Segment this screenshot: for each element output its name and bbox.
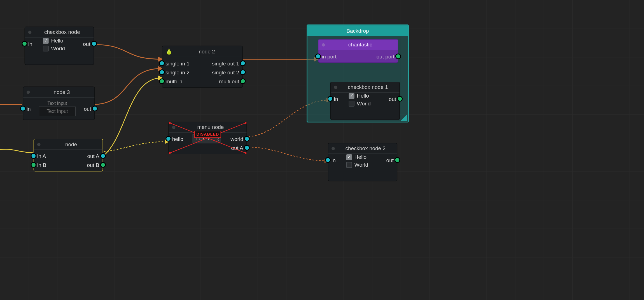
- port-in-a[interactable]: [31, 153, 36, 159]
- backdrop-title: Backdrop: [307, 25, 408, 36]
- port-label-in: in: [332, 157, 336, 163]
- node-title: menu node: [178, 124, 243, 130]
- port-out-a[interactable]: [100, 153, 106, 159]
- port-label: single in 1: [165, 60, 189, 66]
- port-out-a[interactable]: [244, 145, 250, 150]
- port-single-in-1[interactable]: [159, 60, 165, 66]
- port-label-out: out: [386, 157, 394, 163]
- checkbox-hello[interactable]: [349, 93, 354, 98]
- port-in[interactable]: [325, 157, 331, 163]
- port-label: out A: [87, 153, 99, 159]
- port-hello[interactable]: [165, 136, 171, 141]
- node-title: checkbox node 2: [337, 145, 394, 152]
- node-2[interactable]: 🍐 node 2 single in 1 single out 1 single…: [162, 46, 243, 88]
- checkbox-world[interactable]: [43, 46, 48, 51]
- port-label-out: out: [84, 105, 91, 112]
- node-title: node 2: [174, 48, 239, 55]
- port-label-in: in port: [322, 53, 337, 60]
- checkbox-hello[interactable]: [43, 38, 48, 43]
- port-multi-in[interactable]: [159, 78, 165, 84]
- node-basic[interactable]: node in A out A in B out B: [34, 139, 103, 171]
- node-status-dot: [172, 126, 176, 129]
- checkbox-label: World: [357, 100, 371, 107]
- port-out[interactable]: [91, 41, 97, 46]
- port-out-b[interactable]: [100, 162, 106, 168]
- checkbox-world[interactable]: [346, 162, 352, 167]
- port-label: hello: [172, 136, 183, 142]
- port-in[interactable]: [327, 96, 333, 101]
- port-label: single in 2: [165, 69, 189, 75]
- port-out[interactable]: [397, 96, 403, 101]
- port-in-b[interactable]: [31, 162, 36, 168]
- checkbox-label: World: [51, 45, 65, 51]
- node-title: chantastic!: [327, 42, 394, 48]
- checkbox-label: Hello: [354, 154, 367, 160]
- port-out[interactable]: [92, 106, 98, 111]
- disabled-badge: DISABLED: [194, 131, 221, 138]
- checkbox-world[interactable]: [349, 101, 354, 106]
- port-single-in-2[interactable]: [159, 69, 165, 75]
- checkbox-hello[interactable]: [346, 154, 352, 160]
- port-label: single out 2: [212, 69, 239, 75]
- port-out[interactable]: [395, 157, 400, 163]
- checkbox-label: Hello: [51, 37, 63, 44]
- port-label: out B: [87, 162, 99, 168]
- port-label: world: [230, 136, 243, 142]
- port-label-out: out port: [377, 53, 395, 60]
- node-checkbox-1[interactable]: checkbox node 1 in out Hello World: [330, 82, 400, 120]
- checkbox-label: Hello: [357, 93, 369, 99]
- port-in[interactable]: [20, 106, 26, 111]
- port-in[interactable]: [315, 53, 321, 59]
- node-chantastic[interactable]: chantastic! in port out port: [318, 39, 398, 63]
- port-label: multi in: [165, 78, 182, 84]
- node-status-dot: [332, 147, 335, 150]
- node-3[interactable]: node 3 in Text Input out: [23, 87, 95, 120]
- node-menu[interactable]: menu node hello item 1 world out A: [169, 122, 247, 154]
- port-multi-out[interactable]: [240, 78, 246, 84]
- port-label-in: in: [28, 41, 32, 47]
- port-label: single out 1: [212, 60, 239, 66]
- port-label-in: in: [334, 96, 338, 102]
- node-title: checkbox node 1: [340, 84, 396, 90]
- port-label-out: out: [83, 41, 90, 47]
- text-input[interactable]: [39, 107, 76, 116]
- node-title: node 3: [32, 89, 91, 95]
- node-graph-canvas[interactable]: Backdrop checkbox node in out Hello Worl…: [0, 0, 644, 300]
- port-label-in: in: [27, 105, 31, 112]
- node-checkbox[interactable]: checkbox node in out Hello World: [25, 27, 94, 65]
- port-label: multi out: [219, 78, 239, 84]
- node-status-dot: [37, 143, 41, 146]
- node-status-dot: [322, 43, 325, 46]
- node-title: node: [43, 141, 99, 147]
- port-label-out: out: [389, 96, 396, 102]
- node-status-dot: [27, 90, 30, 94]
- port-world[interactable]: [244, 136, 250, 141]
- pear-icon: 🍐: [165, 48, 172, 55]
- node-status-dot: [28, 30, 32, 34]
- port-in[interactable]: [22, 41, 27, 46]
- port-single-out-2[interactable]: [240, 69, 246, 75]
- resize-handle-icon[interactable]: [401, 114, 407, 121]
- node-checkbox-2[interactable]: checkbox node 2 in out Hello World: [328, 143, 397, 181]
- port-single-out-1[interactable]: [240, 60, 246, 66]
- checkbox-label: World: [354, 162, 368, 168]
- input-label: Text Input: [31, 101, 84, 106]
- port-label: in B: [37, 162, 46, 168]
- port-out[interactable]: [395, 53, 401, 59]
- port-label: in A: [37, 153, 46, 159]
- node-title: checkbox node: [34, 29, 90, 35]
- port-label: out A: [231, 145, 243, 151]
- node-status-dot: [334, 86, 337, 89]
